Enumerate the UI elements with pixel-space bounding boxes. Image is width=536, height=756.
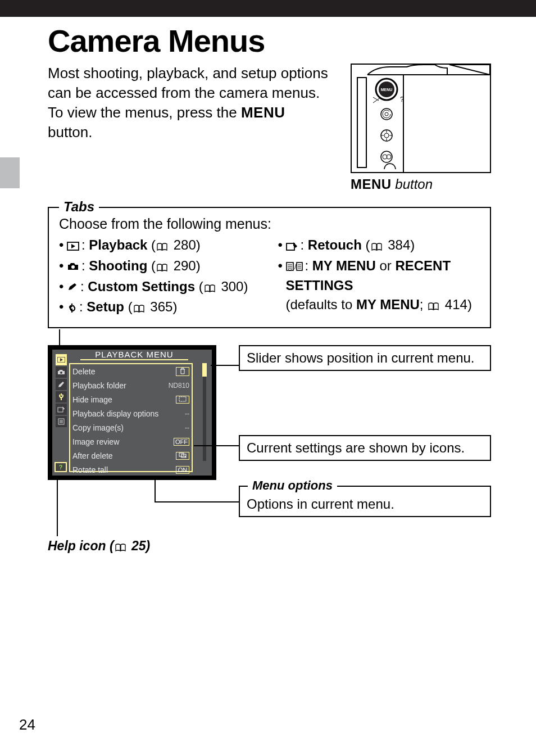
side-tab xyxy=(0,157,20,188)
callout-menu-options: Menu options Options in current menu. xyxy=(239,486,491,517)
svg-marker-20 xyxy=(71,244,75,248)
page-ref: 300 xyxy=(221,279,243,294)
book-icon xyxy=(157,237,168,256)
pencil-icon xyxy=(67,283,78,292)
opt-hide-image: Hide image xyxy=(70,392,192,406)
book-icon xyxy=(134,298,145,318)
opt-image-review: Image reviewOFF xyxy=(70,434,192,449)
svg-marker-33 xyxy=(60,358,63,361)
sidebar-wrench-icon xyxy=(56,391,67,402)
wrench-icon xyxy=(67,303,77,313)
camera-back-illustration: MENU xyxy=(351,64,491,173)
tab-playback: • : Playback ( 280) xyxy=(59,236,261,256)
svg-point-34 xyxy=(60,372,62,374)
opt-display-options: Playback display options-- xyxy=(70,406,192,420)
svg-text:MENU: MENU xyxy=(381,88,393,92)
svg-rect-35 xyxy=(58,408,63,412)
defaults-post: ) xyxy=(467,297,472,312)
opt-copy-images: Copy image(s)-- xyxy=(70,420,192,434)
tab-label: Setup xyxy=(87,299,124,314)
opt-delete: Delete xyxy=(70,364,192,378)
intro-text-pre: Most shooting, playback, and setup optio… xyxy=(48,65,328,121)
menu-word: MENU xyxy=(241,104,285,121)
book-icon xyxy=(205,278,216,298)
help-page: 25 xyxy=(131,538,146,553)
tabs-lead: Choose from the following menus: xyxy=(59,216,480,232)
options-box: Delete Playback folderND810 Hide image P… xyxy=(69,363,193,472)
page-ref: 290 xyxy=(174,258,196,273)
book-icon xyxy=(157,257,168,277)
callout-slider: Slider shows position in current menu. xyxy=(239,345,491,371)
defaults-sep: ; xyxy=(420,297,427,312)
screen-sidebar xyxy=(56,354,67,428)
tab-retouch: • : Retouch ( 384) xyxy=(278,236,480,256)
tabs-heading: Tabs xyxy=(59,199,99,215)
trash-icon xyxy=(176,367,189,376)
svg-text:?: ? xyxy=(59,464,63,470)
opt-rotate-tall: Rotate tallON xyxy=(70,463,192,477)
page-ref: 384 xyxy=(388,237,410,252)
help-post: ) xyxy=(146,538,151,553)
retouch-icon xyxy=(286,241,298,251)
opt-playback-folder: Playback folderND810 xyxy=(70,378,192,392)
page-number: 24 xyxy=(19,716,35,734)
caption-menu-word: MENU xyxy=(351,176,392,192)
camera-caption: MENU button xyxy=(351,176,491,192)
callout-menu-options-text: Options in current menu. xyxy=(247,496,394,511)
sidebar-mymenu-icon xyxy=(56,416,67,427)
or-word: or xyxy=(376,258,396,273)
sidebar-shooting-icon xyxy=(56,366,67,378)
defaults-bold: MY MENU xyxy=(356,297,420,312)
tab-setup: • : Setup ( 365) xyxy=(59,297,261,318)
book-icon xyxy=(428,296,439,315)
callout-icons-text: Current settings are shown by icons. xyxy=(247,440,465,455)
page-ref: 365 xyxy=(150,299,172,314)
help-icon-caption: Help icon ( 25) xyxy=(48,538,150,555)
defaults-pre: (defaults to xyxy=(286,297,356,312)
page-title: Camera Menus xyxy=(48,22,491,59)
connector xyxy=(155,501,239,503)
tab-shooting: • : Shooting ( 290) xyxy=(59,256,261,277)
defaults-line: (defaults to MY MENU; 414) xyxy=(286,295,480,315)
sidebar-pencil-icon xyxy=(56,379,67,390)
callout-slider-text: Slider shows position in current menu. xyxy=(247,350,475,365)
menu-screen: ? PLAYBACK MENU Delete Playback folderND… xyxy=(48,345,216,480)
help-pre: Help icon ( xyxy=(48,538,114,553)
tab-custom-settings: • : Custom Settings ( 300) xyxy=(59,277,261,298)
camera-icon xyxy=(67,262,79,271)
svg-rect-0 xyxy=(351,64,490,173)
connector xyxy=(211,365,239,366)
tab-label-mymenu: MY MENU xyxy=(312,258,376,273)
caption-button-word: button xyxy=(392,176,433,192)
tab-label: Playback xyxy=(89,237,147,252)
opt-after-delete: After delete xyxy=(70,449,192,463)
svg-rect-22 xyxy=(287,243,294,250)
book-icon xyxy=(115,540,126,555)
defaults-page: 414 xyxy=(445,297,467,312)
after-delete-icon xyxy=(176,452,189,460)
mymenu-icon: / xyxy=(286,261,303,271)
tab-label: Shooting xyxy=(89,258,147,273)
page-ref: 280 xyxy=(174,237,196,252)
hide-icon xyxy=(176,396,189,404)
intro-paragraph: Most shooting, playback, and setup optio… xyxy=(48,64,328,192)
help-icon: ? xyxy=(54,462,67,472)
svg-point-21 xyxy=(71,265,75,269)
callout-icons: Current settings are shown by icons. xyxy=(239,435,491,461)
tab-label: Retouch xyxy=(308,237,362,252)
connector xyxy=(194,445,239,446)
playback-icon xyxy=(67,242,79,251)
tabs-box: Tabs Choose from the following menus: • … xyxy=(48,207,491,328)
sidebar-playback-icon xyxy=(56,354,67,365)
callout-menu-options-title: Menu options xyxy=(248,478,337,494)
sidebar-retouch-icon xyxy=(56,404,67,415)
connector xyxy=(155,480,156,503)
tab-label: Custom Settings xyxy=(88,279,195,294)
tab-mymenu: • /: MY MENU or RECENT SETTINGS xyxy=(278,256,480,296)
book-icon xyxy=(371,237,383,256)
intro-text-post: button. xyxy=(48,124,93,141)
top-bar xyxy=(0,0,536,17)
svg-rect-41 xyxy=(179,397,186,401)
screen-title: PLAYBACK MENU xyxy=(80,350,188,360)
connector xyxy=(57,480,58,536)
